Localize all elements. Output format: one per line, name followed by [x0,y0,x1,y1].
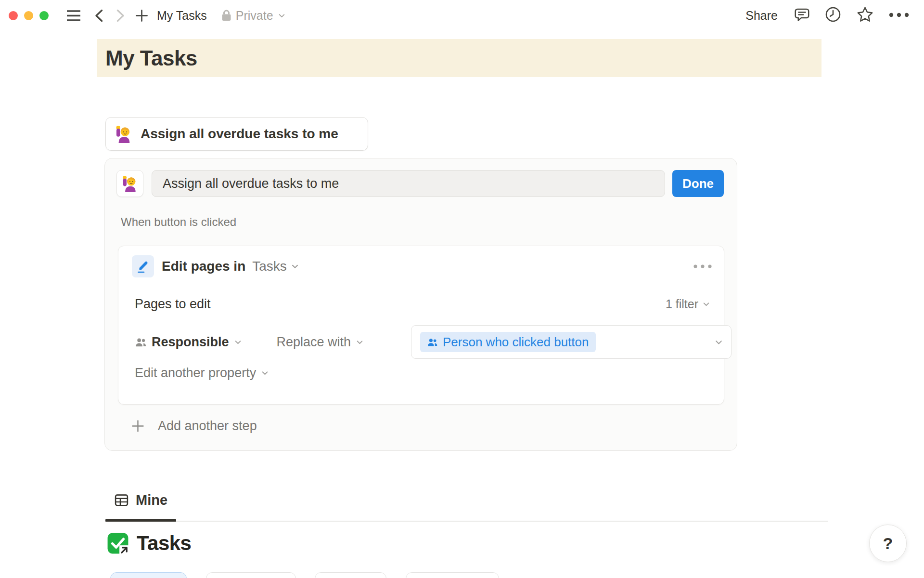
linked-database-arrow [119,545,129,554]
value-chip-label: Person who clicked button [443,335,589,350]
property-dropdown[interactable]: Responsible [135,335,242,350]
automation-step-card: Edit pages in Tasks Pages to edit 1 filt… [118,246,724,405]
button-name-input[interactable] [152,170,665,197]
step-action-label: Edit pages in [162,259,245,274]
done-button[interactable]: Done [672,170,724,197]
table-view-icon [114,493,129,508]
sidebar-toggle-icon[interactable] [66,9,81,22]
people-icon [135,336,147,348]
favorite-star-icon[interactable] [856,6,874,26]
filter-pill[interactable] [315,572,386,578]
button-block-label: Assign all overdue tasks to me [141,126,338,142]
button-editor-panel: Done When button is clicked Edit pages i… [104,158,737,451]
step-header: Edit pages in Tasks [132,255,712,277]
updates-clock-icon[interactable] [824,6,842,25]
chevron-down-icon [278,12,286,20]
breadcrumb-page-title[interactable]: My Tasks [157,9,207,23]
zoom-window-button[interactable] [39,11,49,20]
chevron-down-icon [261,369,269,377]
chevron-down-icon [714,338,723,347]
share-button[interactable]: Share [745,9,778,23]
step-more-options-icon[interactable] [693,264,712,269]
notion-button-block[interactable]: Assign all overdue tasks to me [105,117,368,151]
trigger-label: When button is clicked [121,215,236,229]
close-window-button[interactable] [9,11,18,20]
help-button[interactable]: ? [869,525,907,562]
add-another-step-label: Add another step [158,419,257,434]
button-emoji-picker[interactable] [116,170,143,197]
property-edit-row: Responsible Replace with Person who clic… [135,325,714,359]
active-tab-underline [105,519,176,522]
filter-pill[interactable] [206,572,296,578]
chevron-down-icon [234,338,242,346]
chevron-down-icon [702,300,710,308]
step-database-select[interactable]: Tasks [252,259,287,274]
pages-to-edit-label: Pages to edit [135,297,211,312]
page-title[interactable]: My Tasks [105,46,197,70]
new-page-icon[interactable] [135,9,148,22]
forward-icon[interactable] [116,9,126,22]
lock-icon [221,9,231,22]
minimize-window-button[interactable] [24,11,33,20]
value-select[interactable]: Person who clicked button [411,325,732,359]
filter-pill[interactable] [110,572,187,578]
edit-another-property-button[interactable]: Edit another property [135,366,269,381]
more-options-icon[interactable] [888,11,910,20]
privacy-menu[interactable]: Private [221,9,286,23]
plus-icon [131,420,144,433]
people-icon [427,337,438,348]
woman-raising-hand-emoji [115,125,133,143]
operator-dropdown[interactable]: Replace with [277,335,364,350]
comments-icon[interactable] [794,7,810,25]
topbar: My Tasks Private Share [0,0,924,31]
page-cover-band: My Tasks [97,39,821,77]
woman-raising-hand-emoji [121,175,139,192]
chevron-down-icon [291,262,299,271]
pages-to-edit-row: Pages to edit 1 filter [135,294,710,314]
chevron-down-icon [356,338,364,346]
edit-another-property-label: Edit another property [135,366,256,381]
tab-divider [105,521,828,522]
filter-pill[interactable] [406,572,499,578]
add-another-step-button[interactable]: Add another step [131,419,257,434]
person-value-chip[interactable]: Person who clicked button [420,332,596,352]
back-icon[interactable] [94,9,104,22]
operator-label: Replace with [277,335,351,350]
view-tab-mine[interactable]: Mine [114,492,167,508]
database-title[interactable]: Tasks [137,532,191,555]
traffic-lights [9,11,49,20]
filter-dropdown[interactable]: 1 filter [666,297,710,311]
privacy-label: Private [236,9,273,23]
tasks-database-icon [107,532,129,554]
view-tab-label: Mine [136,492,167,508]
filter-count-label: 1 filter [666,297,698,311]
notion-window: My Tasks Private Share My Tasks [0,0,924,578]
property-label: Responsible [152,335,229,350]
edit-pages-icon [132,255,154,277]
database-heading: Tasks [107,532,191,555]
